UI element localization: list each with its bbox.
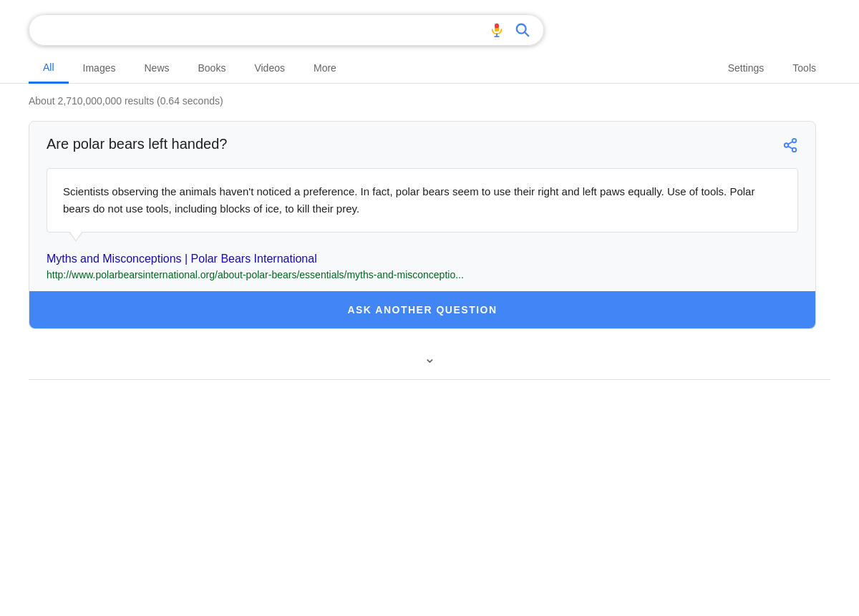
snippet-question: Are polar bears left handed?: [47, 136, 227, 152]
svg-rect-4: [495, 28, 499, 31]
nav-tabs: All Images News Books Videos More Settin…: [0, 46, 859, 84]
nav-right: Settings Tools: [714, 54, 830, 82]
tab-books[interactable]: Books: [184, 54, 241, 82]
search-bar: fun fact: [29, 14, 544, 46]
tab-news[interactable]: News: [130, 54, 183, 82]
tab-tools[interactable]: Tools: [778, 54, 830, 82]
search-bar-container: fun fact: [0, 0, 859, 46]
tab-settings[interactable]: Settings: [714, 54, 779, 82]
tab-images[interactable]: Images: [69, 54, 130, 82]
tab-more[interactable]: More: [299, 54, 351, 82]
answer-box: Scientists observing the animals haven't…: [47, 168, 798, 233]
results-count: About 2,710,000,000 results (0.64 second…: [0, 84, 859, 114]
source-title-link[interactable]: Myths and Misconceptions | Polar Bears I…: [47, 253, 798, 265]
chevron-down-icon[interactable]: ⌄: [424, 349, 436, 366]
snippet-header: Are polar bears left handed?: [47, 136, 798, 157]
source-url: http://www.polarbearsinternational.org/a…: [47, 269, 464, 280]
svg-rect-3: [495, 24, 499, 28]
chevron-section: ⌄: [0, 336, 859, 379]
ask-another-question-button[interactable]: ASK ANOTHER QUESTION: [29, 291, 815, 328]
svg-line-10: [788, 146, 792, 149]
tab-all[interactable]: All: [29, 53, 69, 84]
microphone-icon[interactable]: [489, 22, 505, 38]
search-icon[interactable]: [515, 22, 530, 38]
svg-point-9: [792, 148, 797, 152]
answer-text: Scientists observing the animals haven't…: [63, 183, 782, 217]
svg-point-7: [792, 139, 797, 143]
bottom-divider: [29, 379, 830, 380]
tab-videos[interactable]: Videos: [240, 54, 299, 82]
search-input[interactable]: fun fact: [42, 23, 489, 38]
svg-point-8: [785, 143, 789, 147]
snippet-card: Are polar bears left handed? Scientists …: [29, 121, 816, 329]
svg-line-11: [788, 142, 792, 145]
share-icon[interactable]: [782, 137, 798, 157]
search-icons: [489, 22, 530, 38]
svg-line-6: [525, 32, 528, 36]
source-section: Myths and Misconceptions | Polar Bears I…: [47, 233, 798, 291]
